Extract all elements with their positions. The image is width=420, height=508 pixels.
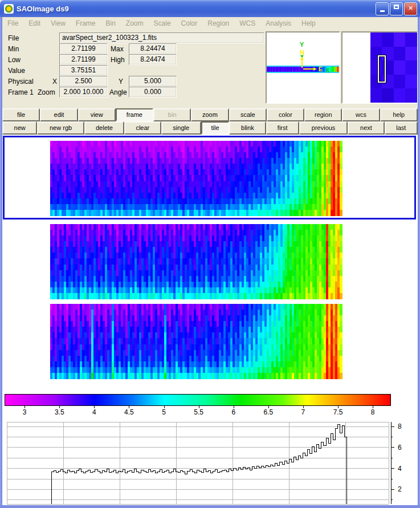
colorbar-tick-label: 8 (371, 408, 375, 416)
max-value[interactable]: 8.24474 (129, 43, 177, 54)
frame-2-image[interactable] (50, 224, 342, 299)
previous-button[interactable]: previous (299, 121, 348, 135)
scale-button[interactable]: scale (229, 108, 267, 121)
high-value[interactable]: 8.24474 (129, 54, 177, 65)
colorbar-tick-label: 5.5 (194, 408, 203, 416)
magnifier-pixel (370, 88, 382, 103)
physical-x-value[interactable]: 2.500 (59, 76, 108, 87)
info-panel: File avarSpect_tser2_100323_1.fits Min 2… (2, 30, 418, 108)
menu-wcs[interactable]: WCS (234, 19, 260, 27)
new-rgb-button[interactable]: new rgb (37, 121, 84, 135)
color-button[interactable]: color (267, 108, 304, 121)
x-label: X (52, 78, 57, 86)
menu-bar: File Edit View Frame Bin Zoom Scale Colo… (2, 17, 418, 30)
low-label: Low (8, 56, 21, 64)
maximize-button[interactable] (390, 2, 403, 15)
next-button[interactable]: next (348, 121, 384, 135)
min-value[interactable]: 2.71199 (59, 43, 108, 54)
compass-n-label: N (300, 49, 304, 56)
svg-text:6: 6 (398, 444, 402, 452)
angle-value[interactable]: 0.000 (129, 87, 177, 97)
magnifier-pixel (394, 75, 406, 89)
value-value[interactable]: 3.75151 (59, 65, 108, 76)
physical-label: Physical (8, 78, 34, 86)
magnifier-pixel (394, 32, 406, 47)
menu-color[interactable]: Color (176, 19, 203, 27)
app-icon (4, 4, 14, 14)
menu-bin[interactable]: Bin (101, 19, 121, 27)
magnifier-pixel (405, 47, 417, 61)
last-button[interactable]: last (385, 121, 418, 135)
menu-help[interactable]: Help (296, 19, 321, 27)
menu-frame[interactable]: Frame (71, 19, 101, 27)
menu-scale[interactable]: Scale (149, 19, 176, 27)
new-button[interactable]: new (2, 121, 37, 135)
menu-zoom[interactable]: Zoom (121, 19, 149, 27)
minimize-button[interactable] (376, 2, 389, 15)
help-button[interactable]: help (380, 108, 418, 121)
menu-file[interactable]: File (2, 19, 23, 27)
frame-button[interactable]: frame (116, 108, 153, 121)
toolbar-row-2: new new rgb delete clear single tile bli… (2, 121, 418, 135)
low-value[interactable]: 2.71199 (59, 54, 108, 65)
compass: Y N E X (267, 32, 339, 103)
panner[interactable]: Y N E X (266, 31, 340, 104)
colorbar-tick-label: 6 (231, 408, 235, 416)
colorbar-tick-label: 3.5 (55, 408, 64, 416)
colorbar-tick-label: 7.5 (333, 408, 343, 416)
magnifier-pixel (394, 60, 406, 75)
max-label: Max (111, 45, 124, 53)
compass-yaxis-arrowhead (300, 55, 304, 58)
magnifier (341, 31, 418, 104)
close-button[interactable]: ✕ (404, 2, 417, 15)
file-value[interactable]: avarSpect_tser2_100323_1.fits (59, 32, 264, 43)
blink-button[interactable]: blink (229, 121, 266, 135)
wcs-button[interactable]: wcs (342, 108, 380, 121)
magnifier-pixel (382, 88, 394, 103)
delete-button[interactable]: delete (84, 121, 124, 135)
colorbar-tick-label: 6.5 (263, 408, 273, 416)
pixel-cut-graph[interactable]: 2468 (2, 420, 418, 505)
menu-view[interactable]: View (46, 19, 71, 27)
magnifier-pixel (394, 88, 406, 103)
region-button[interactable]: region (304, 108, 342, 121)
frame-3-image[interactable] (50, 304, 342, 379)
tile-button[interactable]: tile (201, 121, 229, 135)
y-label: Y (119, 78, 123, 86)
bin-button: bin (153, 108, 191, 121)
frame-1-image[interactable] (50, 141, 342, 216)
colorbar[interactable] (5, 394, 391, 406)
high-label: High (111, 56, 125, 64)
magnifier-pixel (394, 47, 406, 61)
zoom-value[interactable]: 2.000 10.000 (59, 87, 108, 97)
edit-button[interactable]: edit (40, 108, 78, 121)
colorbar-tick-label: 7 (301, 408, 305, 416)
svg-text:4: 4 (398, 465, 402, 473)
physical-y-value[interactable]: 5.000 (129, 76, 177, 87)
colorbar-tick-label: 5 (162, 408, 166, 416)
colorbar-scale: 33.544.555.566.577.58 (5, 406, 398, 418)
compass-y-label: Y (300, 41, 304, 48)
colorbar-tick-label: 3 (23, 408, 27, 416)
compass-e-label: E (319, 66, 323, 72)
first-button[interactable]: first (266, 121, 299, 135)
toolbar-row-1: file edit view frame bin zoom scale colo… (2, 108, 418, 121)
zoom-label: Zoom (38, 88, 55, 96)
menu-analysis[interactable]: Analysis (260, 19, 296, 27)
single-button[interactable]: single (161, 121, 201, 135)
menu-edit[interactable]: Edit (23, 19, 46, 27)
menu-region[interactable]: Region (202, 19, 234, 27)
magnifier-cursor-box (378, 55, 386, 83)
magnifier-pixel (405, 32, 417, 47)
file-button[interactable]: file (2, 108, 40, 121)
zoom-button[interactable]: zoom (191, 108, 229, 121)
angle-label: Angle (109, 88, 127, 96)
colorbar-tick-label: 4 (92, 408, 96, 416)
clear-button[interactable]: clear (124, 121, 161, 135)
window-border-bottom (0, 505, 420, 508)
frame-label: Frame 1 (8, 88, 34, 96)
title-bar[interactable]: SAOImage ds9 ✕ (0, 0, 420, 17)
display-canvas: 33.544.555.566.577.58 2468 (2, 135, 418, 505)
view-button[interactable]: view (78, 108, 116, 121)
window-title: SAOImage ds9 (17, 5, 69, 13)
